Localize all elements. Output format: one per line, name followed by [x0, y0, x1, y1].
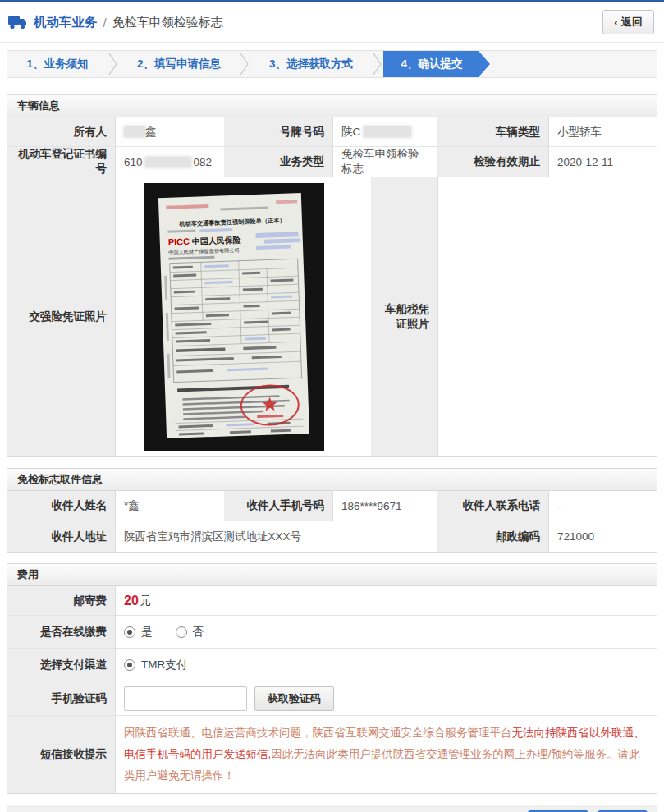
sms-tip-row: 短信接收提示 因陕西省联通、电信运营商技术问题，陕西省互联网交通安全综合服务管理… — [7, 716, 657, 793]
recipient-phone-label: 收件人联系电话 — [438, 491, 549, 521]
sms-code-field: 获取验证码 — [116, 681, 655, 715]
pickup-info-section: 免检标志取件信息 收件人姓名 *鑫 收件人手机号码 186****9671 收件… — [7, 468, 657, 553]
table-row: 机动车登记证书编号 610 082 业务类型 免检车申领检验标志 检验有效期止 … — [7, 147, 657, 177]
vehicle-info-section: 车辆信息 所有人 鑫 号牌号码 陕C 车辆类型 小型轿车 机动车登记证书编号 6… — [7, 94, 657, 457]
recipient-address-label: 收件人地址 — [7, 521, 116, 552]
footer-action-bar: 上一步 完成 — [7, 805, 657, 812]
vehicle-type-label: 车辆类型 — [438, 117, 549, 146]
valid-until-label: 检验有效期止 — [438, 147, 549, 177]
table-row: 收件人地址 陕西省宝鸡市渭滨区测试地址XXX号 邮政编码 721000 — [7, 521, 657, 552]
recipient-name-label: 收件人姓名 — [7, 491, 116, 521]
breadcrumb-separator: / — [103, 16, 107, 30]
tax-photo-cell-empty — [438, 177, 655, 456]
cert-number-value: 610 082 — [116, 147, 225, 177]
pay-channel-tmr-radio[interactable] — [124, 659, 135, 671]
recipient-mobile-label: 收件人手机号码 — [225, 491, 333, 521]
owner-value: 鑫 — [116, 117, 225, 146]
table-row: 所有人 鑫 号牌号码 陕C 车辆类型 小型轿车 — [7, 117, 657, 147]
postage-row: 邮寄费 20 元 — [7, 586, 657, 616]
sms-tip-text: 因陕西省联通、电信运营商技术问题，陕西省互联网交通安全综合服务管理平台无法向持陕… — [116, 716, 655, 793]
step-4-confirm-submit: 4、确认提交 — [383, 51, 490, 77]
chevron-right-icon — [372, 51, 383, 77]
back-button[interactable]: ‹ 返回 — [602, 10, 654, 34]
step-2-fill-info[interactable]: 2、填写申请信息 — [119, 51, 239, 77]
biz-type-label: 业务类型 — [225, 147, 333, 177]
biz-type-value: 免检车申领检验标志 — [333, 147, 438, 177]
pay-channel-tmr-label: TMR支付 — [141, 658, 187, 672]
recipient-address-value: 陕西省宝鸡市渭滨区测试地址XXX号 — [116, 521, 438, 552]
postage-label: 邮寄费 — [7, 586, 116, 615]
online-pay-no-radio[interactable] — [176, 626, 187, 638]
insurance-photo-label: 交强险凭证照片 — [7, 177, 116, 456]
online-pay-yes-radio[interactable] — [124, 626, 135, 638]
get-code-button[interactable]: 获取验证码 — [254, 686, 334, 711]
page-header: 机动车业务 / 免检车申领检验标志 ‹ 返回 — [0, 2, 664, 43]
chevron-right-icon — [239, 51, 250, 77]
online-pay-no-label: 否 — [193, 625, 204, 640]
step-wizard-bar: 1、业务须知 2、填写申请信息 3、选择获取方式 4、确认提交 — [7, 50, 657, 78]
svg-text:中国人民保险: 中国人民保险 — [192, 236, 241, 246]
pay-channel-label: 选择支付渠道 — [7, 649, 116, 681]
masked-text — [124, 126, 145, 137]
chevron-left-icon: ‹ — [614, 16, 618, 29]
postcode-label: 邮政编码 — [438, 521, 549, 552]
postcode-value: 721000 — [549, 521, 655, 552]
insurance-photo: 机动车交通事故责任强制保险单（正本） PICC 中国人民保险 中国人民财产保险股… — [144, 183, 324, 451]
owner-label: 所有人 — [7, 117, 116, 146]
fee-section-title: 费用 — [7, 564, 657, 586]
chevron-right-icon — [108, 51, 119, 77]
pickup-section-title: 免检标志取件信息 — [7, 469, 657, 491]
breadcrumb-primary: 机动车业务 — [34, 14, 98, 31]
sms-code-label: 手机验证码 — [7, 681, 116, 715]
pay-channel-row: 选择支付渠道 TMR支付 — [7, 649, 657, 681]
plate-value: 陕C — [333, 117, 438, 146]
truck-icon — [8, 16, 28, 30]
vehicle-section-title: 车辆信息 — [7, 95, 657, 117]
vehicle-type-value: 小型轿车 — [549, 117, 655, 146]
photo-row: 交强险凭证照片 机动车交通事故责任强制保险单（正本） PICC 中国 — [7, 177, 657, 456]
postage-value: 20 元 — [116, 586, 655, 615]
breadcrumb-secondary: 免检车申领检验标志 — [112, 15, 223, 30]
postage-amount: 20 — [124, 594, 139, 608]
recipient-name-value: *鑫 — [116, 491, 225, 521]
masked-text — [364, 126, 411, 137]
svg-text:PICC: PICC — [168, 236, 190, 247]
online-pay-label: 是否在线缴费 — [7, 616, 116, 648]
back-button-label: 返回 — [621, 15, 643, 30]
postage-unit: 元 — [140, 594, 152, 608]
tax-photo-label: 车船税凭证照片 — [372, 177, 438, 456]
valid-until-value: 2020-12-11 — [549, 147, 655, 177]
cert-number-label: 机动车登记证书编号 — [7, 147, 116, 177]
recipient-mobile-value: 186****9671 — [333, 491, 438, 521]
page-title: 机动车业务 / 免检车申领检验标志 — [8, 14, 223, 31]
plate-label: 号牌号码 — [225, 117, 333, 146]
table-row: 收件人姓名 *鑫 收件人手机号码 186****9671 收件人联系电话 - — [7, 491, 657, 521]
step-1-notice[interactable]: 1、业务须知 — [7, 51, 108, 77]
online-pay-options: 是 否 — [116, 616, 655, 648]
masked-text — [145, 157, 191, 167]
pay-channel-options: TMR支付 — [116, 649, 655, 681]
sms-code-input[interactable] — [124, 686, 247, 711]
insurance-photo-cell: 机动车交通事故责任强制保险单（正本） PICC 中国人民保险 中国人民财产保险股… — [116, 177, 372, 456]
recipient-phone-value: - — [549, 491, 655, 521]
step-3-pickup-method[interactable]: 3、选择获取方式 — [250, 51, 372, 77]
sms-code-row: 手机验证码 获取验证码 — [7, 681, 657, 716]
fee-section: 费用 邮寄费 20 元 是否在线缴费 是 否 选择支付渠道 TMR支付 — [7, 563, 657, 794]
sms-tip-label: 短信接收提示 — [7, 716, 116, 793]
online-pay-yes-label: 是 — [141, 625, 153, 640]
online-pay-row: 是否在线缴费 是 否 — [7, 616, 657, 649]
